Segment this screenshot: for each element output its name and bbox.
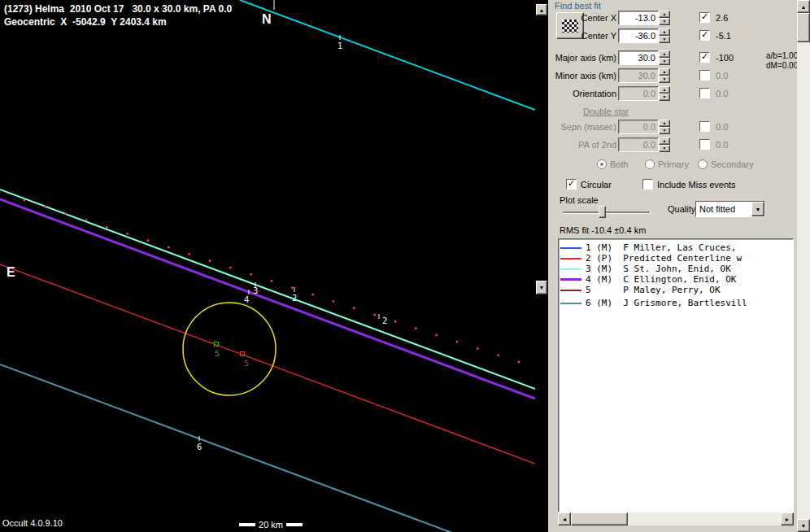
predicted-centerline-dot [209, 259, 211, 262]
separation-fit-checkbox[interactable] [699, 121, 710, 132]
observer-list-hscrollbar[interactable]: ◄ ► [558, 512, 794, 525]
scroll-right-button[interactable]: ► [781, 512, 794, 525]
plot-title-line2: Geocentric X -5042.9 Y 2403.4 km [4, 16, 167, 28]
hscroll-thumb[interactable] [571, 512, 628, 525]
plot-title: (1273) Helma 2010 Oct 17 30.0 x 30.0 km,… [4, 2, 232, 28]
orientation-fit-checkbox[interactable] [699, 88, 710, 98]
major-axis-fit-checkbox[interactable] [699, 52, 710, 63]
center-x-input[interactable]: -13.0 [618, 11, 659, 25]
predicted-centerline-dot [147, 240, 150, 242]
chord-line-5 [0, 264, 535, 464]
legend-color-swatch [560, 278, 581, 281]
legend-row-3[interactable]: 3 (M) S St. John, Enid, OK [559, 264, 793, 274]
center-y-input[interactable]: -36.0 [618, 28, 659, 43]
spin-up-icon[interactable]: ▲ [659, 50, 670, 58]
secondary-radio-label: Secondary [711, 159, 754, 169]
scroll-up-icon: ▲ [801, 4, 807, 10]
predicted-centerline-dot [126, 233, 128, 235]
center-y-fit-checkbox[interactable] [699, 30, 710, 41]
vscroll-thumb[interactable] [797, 13, 810, 42]
spin-up-icon: ▲ [659, 86, 670, 94]
orientation-input: 0.0 [618, 86, 659, 101]
pa-of-2nd-spinner: ▲▼ [659, 137, 670, 152]
separation-fit-value: 0.0 [716, 122, 728, 132]
predicted-centerline-dot [271, 280, 273, 282]
orientation-label: Orientation [548, 89, 616, 98]
quality-dropdown[interactable]: Not fitted ▼ [695, 201, 765, 217]
include-miss-checkbox[interactable] [642, 179, 653, 190]
find-best-fit-panel: Find best fit Center X -13.0 ▲▼ 2.6 Cent… [548, 0, 810, 532]
fit-row-center-x: Center X -13.0 ▲▼ 2.6 [548, 11, 810, 27]
include-miss-label: Include Miss events [657, 180, 736, 190]
legend-row-5[interactable]: 5 P Maley, Perry, OK [559, 285, 793, 295]
both-radio[interactable] [597, 159, 607, 169]
center-y-label: Center Y [548, 31, 616, 41]
spin-down-icon[interactable]: ▼ [659, 36, 670, 43]
occult-window: 12342655 (1273) Helma 2010 Oct 17 30.0 x… [0, 0, 810, 532]
major-axis-input[interactable]: 30.0 [618, 50, 659, 65]
scroll-down-button[interactable]: ▼ [797, 519, 810, 532]
scroll-down-icon: ▼ [539, 285, 545, 290]
center-y-spinner[interactable]: ▲▼ [659, 28, 670, 43]
quality-label: Quality [668, 204, 695, 214]
center-x-spinner[interactable]: ▲▼ [659, 11, 670, 25]
double-star-link[interactable]: Double star [583, 107, 629, 116]
spin-up-icon: ▲ [659, 68, 670, 76]
center-x-fit-checkbox[interactable] [699, 12, 710, 23]
predicted-centerline-dot [106, 226, 108, 229]
major-axis-spinner[interactable]: ▲▼ [659, 50, 670, 65]
dropdown-button[interactable]: ▼ [751, 202, 764, 216]
scale-bar-label: 20 km [259, 520, 283, 530]
plot-canvas[interactable]: 12342655 [0, 0, 535, 532]
legend-row-6[interactable]: 6 (M) J Grismore, Bartlesvill [559, 298, 793, 308]
predicted-centerline-dot [44, 206, 46, 208]
plot-vertical-scrollbar[interactable]: ▲ ▼ [535, 0, 548, 532]
fit-row-orientation: Orientation 0.0 ▲▼ 0.0 [548, 86, 810, 102]
spin-up-icon[interactable]: ▲ [659, 11, 670, 18]
predicted-centerline-dot [291, 287, 294, 290]
legend-row-4[interactable]: 4 (M) C Ellington, Enid, OK [559, 274, 793, 285]
slider-track[interactable] [563, 211, 651, 214]
minor-axis-fit-checkbox[interactable] [699, 70, 710, 81]
section-title: Find best fit [555, 1, 601, 11]
panel-vscrollbar[interactable]: ▲ ▼ [797, 0, 810, 532]
pa-of-2nd-fit-checkbox[interactable] [699, 139, 710, 150]
primary-radio-label: Primary [658, 159, 689, 169]
spin-down-icon[interactable]: ▼ [659, 18, 670, 25]
scroll-left-icon: ◄ [562, 517, 568, 522]
scroll-left-button[interactable]: ◄ [558, 512, 571, 525]
spin-down-icon: ▼ [659, 127, 670, 134]
plot-scroll-up-button[interactable]: ▲ [536, 4, 547, 15]
observer-list[interactable]: 1 (M) F Miller, Las Cruces,2 (P) Predict… [558, 238, 794, 512]
legend-color-swatch [560, 247, 581, 249]
scroll-up-button[interactable]: ▲ [797, 0, 810, 13]
major-axis-label: Major axis (km) [548, 53, 616, 63]
predicted-centerline-dot [188, 253, 190, 255]
predicted-centerline-dot [333, 300, 335, 303]
center-marker-label: 5 [244, 360, 249, 368]
predicted-centerline-dot [353, 307, 355, 309]
predicted-centerline-dot [24, 199, 26, 202]
slider-thumb[interactable] [599, 206, 606, 218]
major-axis-fit-value: -100 [716, 53, 734, 63]
legend-row-1[interactable]: 1 (M) F Miller, Las Cruces, [559, 242, 793, 253]
pa-of-2nd-input: 0.0 [618, 137, 659, 152]
scroll-up-icon: ▲ [539, 7, 545, 13]
legend-row-text: 6 (M) J Grismore, Bartlesvill [586, 298, 747, 308]
plot-scale-slider[interactable] [563, 206, 651, 219]
predicted-centerline-dot [435, 334, 438, 337]
legend-row-2[interactable]: 2 (P) Predicted Centerline w [559, 253, 793, 264]
legend-color-swatch [560, 303, 581, 304]
pa-of-2nd-fit-value: 0.0 [716, 140, 728, 150]
app-version-label: Occult 4.0.9.10 [2, 518, 63, 528]
spin-up-icon[interactable]: ▲ [659, 28, 670, 36]
predicted-centerline-dot [394, 321, 397, 323]
primary-radio[interactable] [645, 159, 655, 169]
occultation-plot[interactable]: 12342655 (1273) Helma 2010 Oct 17 30.0 x… [0, 0, 535, 532]
secondary-radio[interactable] [698, 159, 708, 169]
spin-down-icon[interactable]: ▼ [659, 58, 670, 65]
predicted-centerline-dot [168, 246, 170, 249]
plot-scroll-down-button[interactable]: ▼ [536, 281, 547, 294]
fit-row-pa-of-2nd: PA of 2nd 0.0 ▲▼ 0.0 [548, 137, 810, 154]
circular-checkbox[interactable] [566, 179, 577, 190]
